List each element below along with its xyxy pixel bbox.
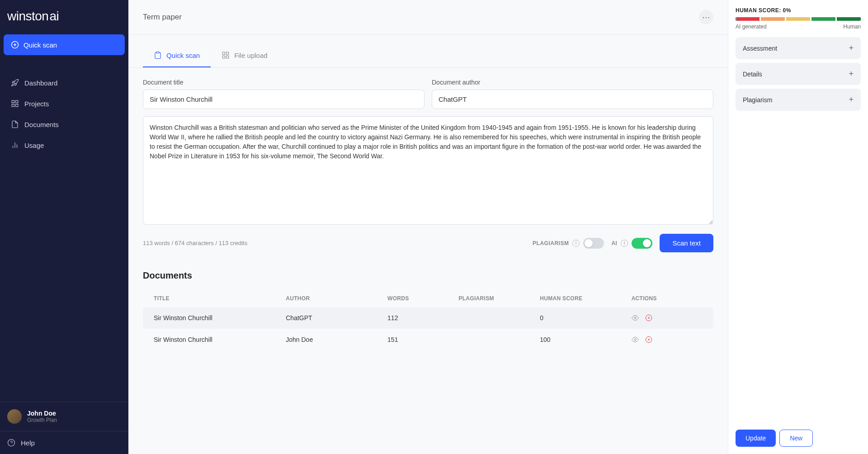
nav-dashboard-label: Dashboard (24, 79, 57, 87)
new-button[interactable]: New (779, 430, 813, 447)
content: Document title Document author 113 words… (128, 68, 728, 454)
right-panel: HUMAN SCORE: 0% AI generated Human Asses… (728, 0, 868, 454)
chart-icon (11, 141, 19, 149)
col-human-score: HUMAN SCORE (540, 295, 631, 302)
row-actions (632, 336, 703, 343)
svg-rect-13 (222, 52, 225, 54)
plus-icon: + (849, 69, 854, 79)
controls-right: PLAGIARISM i AI i Scan text (533, 234, 713, 252)
cell-words: 151 (387, 336, 458, 343)
user-plan: Growth Plan (27, 417, 57, 423)
panel-footer: Update New (736, 430, 861, 447)
documents-section: Documents TITLE AUTHOR WORDS PLAGIARISM … (143, 270, 713, 350)
col-words: WORDS (387, 295, 458, 302)
author-group: Document author (432, 79, 713, 109)
document-textarea[interactable] (143, 116, 713, 225)
svg-rect-15 (226, 56, 229, 58)
ai-toggle-group: AI i (611, 238, 652, 249)
scan-text-button[interactable]: Scan text (660, 234, 713, 252)
header: Term paper ⋯ (128, 0, 728, 35)
word-count: 113 words / 674 characters / 113 credits (143, 240, 247, 246)
nav-documents[interactable]: Documents (4, 115, 125, 134)
nav-documents-label: Documents (24, 121, 59, 128)
svg-point-21 (634, 339, 636, 340)
score-seg-darkgreen (837, 17, 861, 21)
title-label: Document title (143, 79, 425, 86)
svg-rect-4 (16, 100, 18, 103)
accordion-details-label: Details (743, 71, 762, 78)
eye-icon[interactable] (632, 314, 639, 322)
title-input[interactable] (143, 90, 425, 109)
file-icon (11, 120, 19, 128)
title-group: Document title (143, 79, 425, 109)
plus-icon: + (849, 95, 854, 104)
main: Term paper ⋯ Quick scan File upload Docu… (128, 0, 728, 454)
page-title: Term paper (143, 13, 182, 22)
legend-ai: AI generated (736, 24, 767, 30)
svg-rect-12 (156, 52, 159, 53)
svg-point-10 (8, 440, 15, 446)
tab-quick-scan-label: Quick scan (166, 52, 200, 59)
cell-human-score: 0 (540, 314, 631, 322)
svg-rect-6 (12, 104, 14, 107)
quick-scan-label: Quick scan (24, 41, 57, 49)
user-section[interactable]: John Doe Growth Plan (0, 402, 128, 431)
help-section[interactable]: Help (0, 431, 128, 454)
cell-human-score: 100 (540, 336, 631, 343)
help-label: Help (21, 439, 35, 447)
logo-suffix: ai (49, 9, 59, 24)
author-input[interactable] (432, 90, 713, 109)
cell-author: John Doe (286, 336, 387, 343)
col-author: AUTHOR (286, 295, 387, 302)
table-header: TITLE AUTHOR WORDS PLAGIARISM HUMAN SCOR… (143, 290, 713, 307)
accordion-plagiarism[interactable]: Plagiarism + (736, 89, 861, 111)
nav-projects[interactable]: Projects (4, 94, 125, 113)
logo-brand: winston (7, 9, 48, 24)
col-actions: ACTIONS (632, 295, 703, 302)
table-row[interactable]: Sir Winston Churchill John Doe 151 100 (143, 329, 713, 350)
dots-icon: ⋯ (702, 12, 710, 22)
logo: winstonai (0, 0, 128, 34)
rocket-icon (11, 79, 19, 87)
human-score-label: HUMAN SCORE: 0% (736, 7, 861, 14)
legend-human: Human (843, 24, 861, 30)
controls-row: 113 words / 674 characters / 113 credits… (143, 234, 713, 252)
score-legend: AI generated Human (736, 24, 861, 30)
delete-icon[interactable] (645, 336, 652, 343)
col-plagiarism: PLAGIARISM (458, 295, 540, 302)
score-bar (736, 17, 861, 21)
plagiarism-toggle-group: PLAGIARISM i (533, 238, 604, 249)
quick-scan-button[interactable]: Quick scan (4, 34, 125, 55)
cell-title: Sir Winston Churchill (154, 336, 286, 343)
cell-words: 112 (387, 314, 458, 322)
info-icon[interactable]: i (572, 240, 580, 247)
score-seg-yellow (786, 17, 810, 21)
info-icon[interactable]: i (621, 240, 628, 247)
header-menu-button[interactable]: ⋯ (699, 10, 713, 24)
ai-toggle[interactable] (632, 238, 652, 249)
sidebar-nav: Dashboard Projects Documents Usage (0, 73, 128, 155)
cell-author: ChatGPT (286, 314, 387, 322)
accordion-assessment-label: Assessment (743, 45, 777, 52)
tab-quick-scan[interactable]: Quick scan (143, 44, 211, 67)
tab-file-upload[interactable]: File upload (211, 44, 278, 67)
nav-dashboard[interactable]: Dashboard (4, 73, 125, 92)
accordion-assessment[interactable]: Assessment + (736, 37, 861, 59)
help-icon (7, 439, 15, 447)
score-seg-green (811, 17, 835, 21)
svg-rect-14 (226, 52, 229, 54)
accordion-plagiarism-label: Plagiarism (743, 96, 772, 104)
svg-point-17 (634, 317, 636, 319)
eye-icon[interactable] (632, 336, 639, 343)
delete-icon[interactable] (645, 314, 652, 322)
accordion-details[interactable]: Details + (736, 63, 861, 85)
update-button[interactable]: Update (736, 430, 776, 447)
nav-usage[interactable]: Usage (4, 136, 125, 155)
row-actions (632, 314, 703, 322)
svg-rect-16 (222, 56, 225, 58)
score-marker (736, 17, 737, 21)
table-row[interactable]: Sir Winston Churchill ChatGPT 112 0 (143, 307, 713, 329)
sidebar: winstonai Quick scan Dashboard Projects … (0, 0, 128, 454)
plagiarism-toggle[interactable] (583, 238, 604, 249)
author-label: Document author (432, 79, 713, 86)
